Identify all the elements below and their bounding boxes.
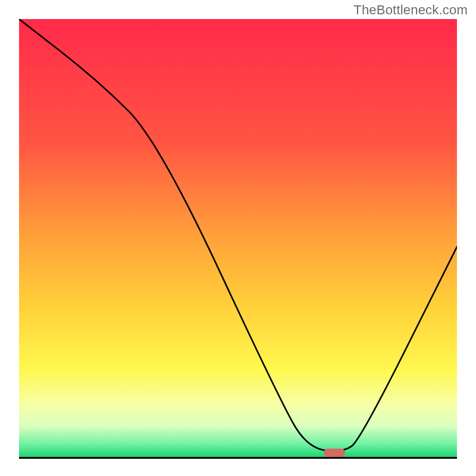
- optimal-point-marker: [324, 449, 345, 457]
- plot-area: [19, 19, 457, 457]
- bottleneck-chart: TheBottleneck.com: [0, 0, 476, 476]
- x-axis: [19, 457, 457, 459]
- bottleneck-curve: [19, 19, 457, 457]
- watermark-text: TheBottleneck.com: [353, 2, 468, 18]
